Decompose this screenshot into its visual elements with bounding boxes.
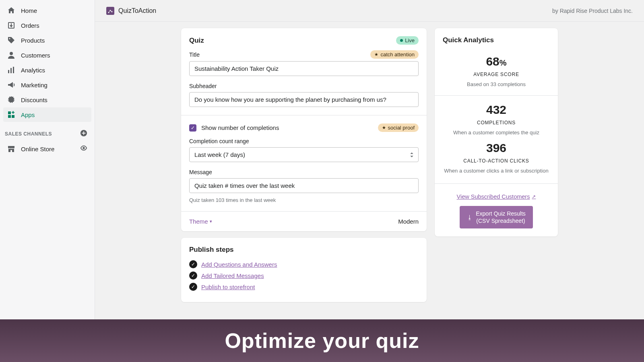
avg-score-label: AVERAGE SCORE [447, 72, 546, 77]
sidebar-item-orders[interactable]: Orders [3, 18, 91, 33]
promo-banner: Optimize your quiz [0, 319, 644, 362]
step-link-messages[interactable]: Add Tailored Messages [201, 272, 264, 279]
cta-value: 396 [439, 141, 554, 155]
svg-rect-6 [8, 111, 11, 114]
cta-sub: When a customer clicks a link or subscri… [439, 168, 554, 174]
analytics-title: Quick Analytics [443, 36, 550, 44]
section-label: SALES CHANNELS [5, 131, 52, 137]
show-completions-checkbox[interactable]: ✓ [189, 124, 196, 132]
sidebar-item-label: Apps [21, 111, 35, 118]
megaphone-icon [7, 81, 15, 89]
message-label: Message [189, 169, 212, 175]
subheader-input[interactable] [189, 92, 419, 107]
svg-point-10 [83, 147, 85, 149]
step-link-questions[interactable]: Add Questions and Answers [201, 261, 277, 268]
sidebar-item-label: Home [21, 7, 37, 14]
svg-point-1 [9, 38, 10, 39]
status-dot-icon [400, 39, 403, 42]
chart-icon [7, 66, 15, 74]
completions-label: COMPLETIONS [439, 120, 554, 125]
add-channel-button[interactable] [80, 130, 87, 138]
publish-title: Publish steps [189, 246, 419, 254]
message-preview: Quiz taken 103 times in the last week [189, 197, 419, 203]
completions-value: 432 [439, 103, 554, 117]
svg-rect-7 [12, 115, 14, 118]
analytics-card: Quick Analytics 68% AVERAGE SCORE Based … [435, 28, 558, 237]
person-icon [7, 51, 15, 59]
range-label: Completion count range [189, 138, 249, 144]
channel-label: Online Store [21, 146, 80, 152]
publish-step-3: ✓ Publish to storefront [189, 283, 419, 291]
sidebar-item-customers[interactable]: Customers [3, 48, 91, 62]
svg-point-2 [10, 52, 13, 55]
sidebar-item-online-store[interactable]: Online Store [0, 141, 95, 156]
step-link-publish[interactable]: Publish to storefront [201, 284, 255, 290]
sidebar-item-label: Marketing [21, 82, 47, 88]
sidebar-item-label: Products [21, 37, 45, 44]
theme-dropdown[interactable]: Theme [189, 218, 212, 225]
sidebar-item-label: Orders [21, 22, 39, 29]
discount-icon [7, 96, 15, 104]
check-icon: ✓ [189, 260, 197, 268]
main-content: Quiz Live Title catch attention Subheade… [95, 22, 644, 362]
cta-label: CALL-TO-ACTION CLICKS [439, 158, 554, 164]
eye-icon[interactable] [80, 144, 87, 153]
store-icon [7, 145, 15, 153]
app-title: QuizToAction [118, 7, 156, 14]
completions-sub: When a customer completes the quiz [439, 130, 554, 136]
avg-score-sub: Based on 33 completions [447, 81, 546, 87]
title-input[interactable] [189, 61, 419, 76]
sidebar-item-discounts[interactable]: Discounts [3, 93, 91, 107]
check-icon: ✓ [189, 272, 197, 280]
show-completions-label: Show number of completions [201, 124, 279, 131]
export-button[interactable]: ⭳ Export Quiz Results(CSV Spreadsheet) [460, 206, 533, 228]
range-select[interactable]: Last week (7 days) [189, 147, 419, 162]
app-header: QuizToAction by Rapid Rise Product Labs … [95, 0, 644, 22]
home-icon [7, 6, 15, 14]
quiz-card-title: Quiz [189, 37, 204, 45]
svg-rect-4 [10, 68, 12, 73]
sidebar-item-label: Analytics [21, 67, 45, 74]
social-proof-tag: social proof [378, 123, 419, 132]
svg-rect-3 [8, 70, 9, 73]
sales-channels-header: SALES CHANNELS [0, 122, 95, 141]
subheader-label: Subheader [189, 83, 217, 89]
sidebar-item-analytics[interactable]: Analytics [3, 63, 91, 77]
status-badge: Live [396, 36, 419, 45]
download-icon: ⭳ [467, 214, 473, 221]
title-field-label: Title [189, 51, 200, 58]
quiz-card: Quiz Live Title catch attention Subheade… [181, 28, 427, 231]
catch-attention-tag: catch attention [370, 50, 419, 59]
sidebar: Home Orders Products Customers Analytics… [0, 0, 95, 362]
banner-text: Optimize your quiz [225, 329, 419, 353]
view-subscribed-link[interactable]: View Subscribed Customers↗ [457, 193, 536, 200]
tag-icon [7, 36, 15, 44]
svg-rect-5 [13, 67, 14, 73]
sidebar-item-marketing[interactable]: Marketing [3, 78, 91, 92]
sidebar-item-home[interactable]: Home [3, 3, 91, 18]
orders-icon [7, 21, 15, 29]
avg-score-value: 68% [447, 55, 546, 68]
apps-icon [7, 111, 15, 119]
sidebar-item-label: Discounts [21, 97, 47, 103]
app-logo-icon [106, 7, 114, 15]
sidebar-item-apps[interactable]: Apps [3, 107, 91, 122]
svg-rect-8 [8, 115, 11, 118]
theme-value: Modern [398, 218, 419, 225]
publish-step-1: ✓ Add Questions and Answers [189, 260, 419, 268]
publish-step-2: ✓ Add Tailored Messages [189, 272, 419, 280]
sidebar-item-products[interactable]: Products [3, 33, 91, 47]
publish-card: Publish steps ✓ Add Questions and Answer… [181, 238, 427, 302]
byline: by Rapid Rise Product Labs Inc. [552, 8, 633, 14]
sidebar-item-label: Customers [21, 52, 50, 59]
check-icon: ✓ [189, 283, 197, 291]
external-link-icon: ↗ [532, 194, 536, 200]
message-input[interactable] [189, 178, 419, 193]
